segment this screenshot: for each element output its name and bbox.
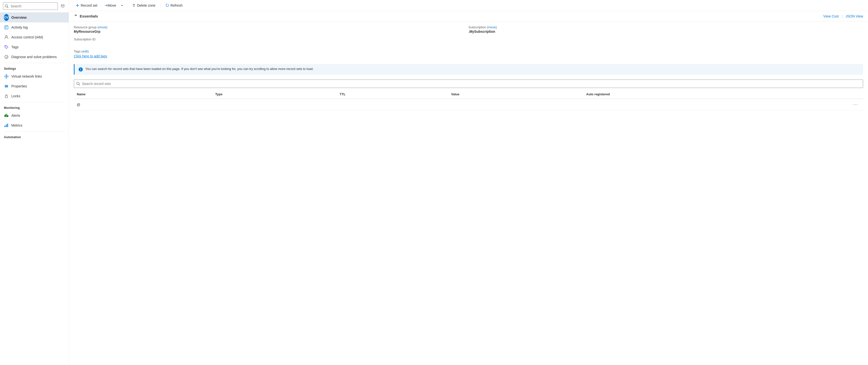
alerts-icon (4, 113, 9, 118)
activity-icon (4, 25, 9, 30)
metrics-icon (4, 123, 9, 128)
sidebar-item-iam[interactable]: Access control (IAM) (0, 32, 69, 42)
svg-point-7 (6, 77, 7, 78)
sidebar-item-locks[interactable]: Locks (0, 91, 69, 101)
settings-divider (4, 63, 65, 63)
table-body: @ ··· (74, 99, 863, 110)
sidebar-item-label: Virtual network links (11, 74, 42, 78)
table-row: @ ··· (74, 99, 863, 110)
subscription-value: .MySubscription (468, 30, 863, 33)
svg-point-4 (4, 76, 6, 77)
col-value: Value (448, 90, 583, 99)
json-view-link[interactable]: JSON View (846, 14, 863, 18)
svg-rect-17 (7, 124, 8, 127)
sidebar-item-activity-log[interactable]: Activity log (0, 22, 69, 32)
search-wrap (3, 2, 58, 10)
sidebar-item-label: Alerts (11, 114, 20, 117)
sidebar-item-virtual-network[interactable]: Virtual network links (0, 72, 69, 81)
avatar: OV (4, 14, 9, 21)
sidebar-item-properties[interactable]: Properties (0, 81, 69, 91)
row-more-button[interactable]: ··· (851, 102, 860, 108)
svg-point-3 (5, 55, 8, 59)
content-area: Essentials View Cost | JSON View Resourc… (69, 11, 868, 365)
svg-rect-10 (5, 87, 8, 87)
collapse-button[interactable] (60, 3, 66, 9)
record-set-label: Record set (81, 3, 97, 7)
move-button[interactable]: Move (101, 2, 119, 9)
delete-icon (132, 4, 135, 7)
col-auto-registered: Auto registered (583, 90, 863, 99)
sidebar-item-label: Overview (11, 16, 27, 20)
svg-point-19 (81, 68, 81, 69)
move-icon (104, 4, 108, 7)
sidebar-item-label: Locks (11, 94, 21, 98)
sidebar-item-overview[interactable]: OV Overview (0, 12, 69, 22)
record-search-wrap (69, 77, 868, 90)
properties-icon (4, 84, 9, 89)
svg-rect-9 (5, 86, 8, 86)
svg-rect-15 (4, 125, 5, 127)
subscription-id-field: Subscription ID (74, 37, 468, 41)
record-set-button[interactable]: Record set (73, 2, 100, 9)
sidebar-item-metrics[interactable]: Metrics (0, 120, 69, 130)
iam-icon (4, 35, 9, 40)
essentials-actions: View Cost | JSON View (823, 14, 863, 18)
essentials-header: Essentials View Cost | JSON View (69, 11, 868, 22)
main-area: Record set Move Delete zone Refresh (69, 0, 868, 365)
sidebar-item-diagnose[interactable]: Diagnose and solve problems (0, 52, 69, 62)
svg-rect-16 (6, 124, 7, 127)
row-name: @ (74, 99, 212, 110)
svg-point-6 (6, 74, 7, 76)
diagnose-icon (4, 54, 9, 59)
sidebar-item-alerts[interactable]: Alerts (0, 111, 69, 120)
collapse-icon (61, 4, 65, 8)
info-text: You can search for record sets that have… (85, 67, 313, 71)
essentials-title: Essentials (74, 14, 98, 18)
record-search-icon (76, 82, 80, 85)
move-label: Move (108, 3, 116, 7)
sidebar-item-label: Access control (IAM) (11, 35, 43, 39)
sidebar-item-tags[interactable]: Tags (0, 42, 69, 52)
col-ttl: TTL (337, 90, 448, 99)
view-cost-link[interactable]: View Cost (823, 14, 839, 18)
lock-icon (4, 93, 9, 99)
record-sets-table: Name Type TTL Value Auto registered @ (74, 90, 863, 110)
essentials-body: Resource group (move) MyResourceGrp Subs… (69, 22, 868, 50)
add-tags-link[interactable]: Click here to add tags (74, 54, 107, 58)
resource-group-label: Resource group (move) (74, 25, 468, 29)
monitoring-divider (4, 102, 65, 102)
info-icon (79, 67, 83, 72)
svg-point-1 (6, 35, 7, 37)
tag-icon (4, 45, 9, 50)
col-name: Name (74, 90, 212, 99)
row-value (448, 99, 583, 110)
record-search-input[interactable] (80, 80, 860, 88)
sidebar-item-label: Metrics (11, 123, 22, 127)
collapse-essentials-icon[interactable] (74, 14, 78, 18)
sidebar-item-label: Properties (11, 84, 27, 88)
sidebar-item-label: Activity log (11, 25, 28, 29)
delete-zone-button[interactable]: Delete zone (129, 2, 158, 9)
col-type: Type (212, 90, 337, 99)
row-auto-registered: ··· (583, 99, 863, 110)
sidebar-item-label: Diagnose and solve problems (11, 55, 57, 59)
subscription-move-link[interactable]: move (488, 25, 496, 29)
refresh-button[interactable]: Refresh (163, 2, 186, 9)
tags-row: Tags (edit) Click here to add tags (69, 50, 868, 62)
sidebar-item-label: Tags (11, 45, 19, 49)
essentials-sep: | (842, 14, 843, 18)
monitoring-section-header: Monitoring (0, 103, 69, 111)
record-sets-table-wrap: Name Type TTL Value Auto registered @ (69, 90, 868, 110)
resource-group-field: Resource group (move) MyResourceGrp (74, 25, 468, 33)
resource-group-move-link[interactable]: move (98, 25, 106, 29)
svg-rect-8 (5, 85, 8, 86)
toolbar: Record set Move Delete zone Refresh (69, 0, 868, 11)
move-chevron-button[interactable] (119, 2, 125, 8)
subscription-label: Subscription (move) (468, 25, 863, 29)
search-input[interactable] (3, 2, 58, 10)
row-type (212, 99, 337, 110)
tags-edit-link[interactable]: edit (83, 50, 88, 53)
tags-field-label: Tags (edit) (74, 50, 863, 53)
table-header: Name Type TTL Value Auto registered (74, 90, 863, 99)
svg-point-2 (5, 46, 6, 47)
